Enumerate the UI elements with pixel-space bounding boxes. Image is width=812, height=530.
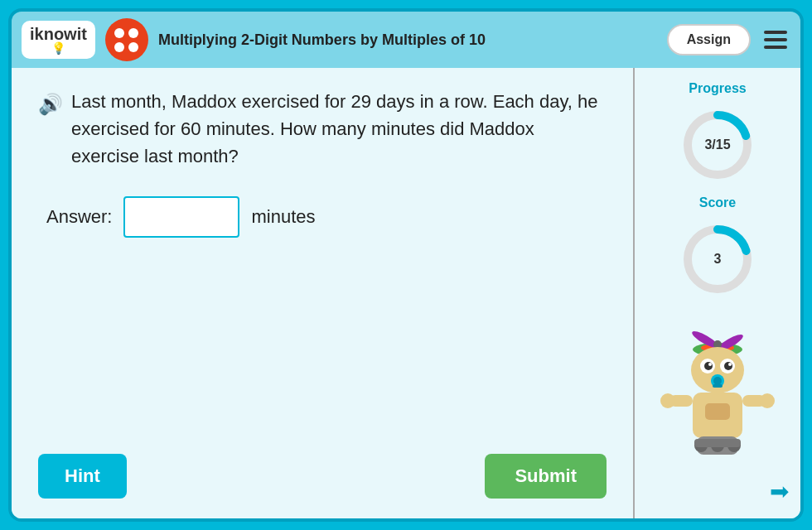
question-area: 🔊 Last month, Maddox exercised for 29 da… — [12, 68, 635, 518]
score-donut: 3 — [680, 222, 755, 296]
app-frame: iknowit 💡 Multiplying 2-Digit Numbers by… — [8, 8, 804, 522]
answer-row: Answer: minutes — [46, 196, 607, 238]
score-title: Score — [699, 195, 736, 210]
robot-svg — [651, 325, 784, 465]
logo-text: iknowit — [30, 26, 87, 42]
progress-donut: 3/15 — [680, 108, 755, 182]
svg-point-17 — [713, 377, 722, 385]
hamburger-line1 — [764, 31, 787, 34]
answer-label: Answer: — [46, 206, 112, 228]
submit-button[interactable]: Submit — [485, 454, 607, 499]
svg-point-14 — [708, 363, 712, 366]
lesson-title: Multiplying 2-Digit Numbers by Multiples… — [158, 31, 657, 49]
svg-point-24 — [760, 393, 775, 408]
hamburger-line3 — [764, 46, 787, 49]
speaker-icon[interactable]: 🔊 — [38, 89, 63, 170]
svg-rect-20 — [705, 403, 730, 420]
score-value: 3 — [714, 252, 722, 267]
question-body: Last month, Maddox exercised for 29 days… — [71, 88, 607, 170]
lesson-icon-dots — [114, 28, 138, 52]
dot4 — [128, 42, 138, 52]
dot3 — [114, 42, 124, 52]
logo-bulb-icon: 💡 — [51, 42, 65, 54]
dot2 — [128, 28, 138, 38]
header: iknowit 💡 Multiplying 2-Digit Numbers by… — [12, 12, 800, 68]
svg-rect-29 — [694, 439, 741, 447]
dot1 — [114, 28, 124, 38]
svg-point-12 — [704, 362, 713, 370]
svg-point-13 — [724, 362, 732, 370]
sidebar: Progress 3/15 Score 3 — [635, 68, 800, 518]
hint-button[interactable]: Hint — [38, 454, 127, 499]
progress-value: 3/15 — [704, 137, 730, 152]
svg-point-23 — [660, 393, 675, 408]
progress-title: Progress — [689, 81, 746, 96]
buttons-row: Hint Submit — [38, 441, 607, 499]
robot-illustration — [647, 320, 788, 470]
unit-label: minutes — [251, 206, 315, 228]
hamburger-line2 — [764, 38, 787, 41]
svg-rect-18 — [713, 384, 723, 388]
main-content: 🔊 Last month, Maddox exercised for 29 da… — [12, 68, 800, 518]
lesson-icon — [105, 18, 148, 61]
hamburger-menu-button[interactable] — [761, 25, 790, 55]
question-text: 🔊 Last month, Maddox exercised for 29 da… — [38, 88, 607, 170]
svg-point-15 — [728, 363, 732, 366]
logo: iknowit 💡 — [22, 21, 95, 59]
assign-button[interactable]: Assign — [667, 24, 751, 55]
next-arrow-icon[interactable]: ➡ — [770, 478, 789, 505]
answer-input[interactable] — [123, 196, 239, 238]
